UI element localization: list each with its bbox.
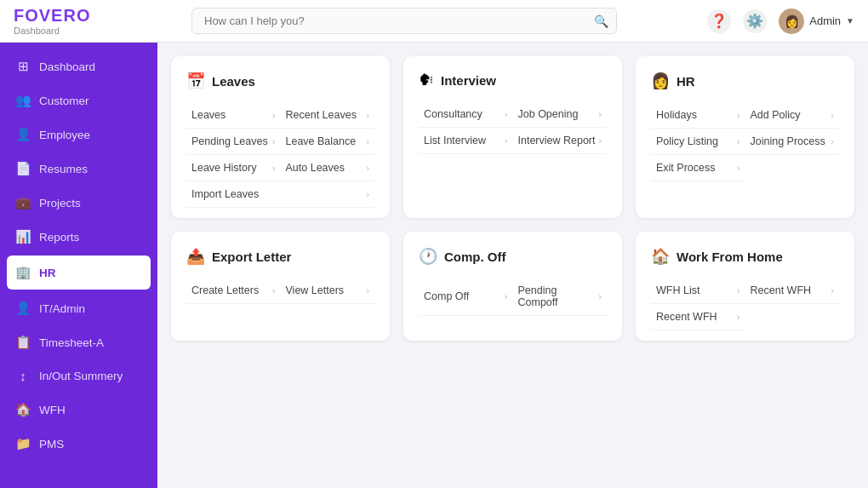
card-link-comp-off-1[interactable]: Pending Compoff › <box>513 278 608 316</box>
card-link-leaves-1[interactable]: Recent Leaves › <box>281 102 375 129</box>
card-link-export-letter-0[interactable]: Create Letters › <box>186 278 281 304</box>
card-link-label: Interview Report <box>518 135 596 146</box>
comp-off-card-icon: 🕐 <box>419 247 437 266</box>
card-link-label: Comp Off <box>424 290 469 302</box>
card-link-work-from-home-2[interactable]: Recent WFH › <box>651 304 745 330</box>
card-link-interview-3[interactable]: Interview Report › <box>513 128 608 154</box>
card-link-label: Import Leaves <box>191 188 259 200</box>
card-link-label: Recent Leaves <box>286 109 357 121</box>
card-interview: 🗣 Interview Consultancy › Job Opening › … <box>403 56 622 218</box>
chevron-down-icon: ▼ <box>846 16 854 26</box>
card-link-arrow: › <box>366 285 369 296</box>
card-link-export-letter-1[interactable]: View Letters › <box>281 278 375 304</box>
card-link-label: Leave Balance <box>286 135 357 147</box>
avatar: 👩 <box>779 9 804 34</box>
sidebar-item-customer[interactable]: 👥 Customer <box>0 83 157 118</box>
card-link-interview-0[interactable]: Consultancy › <box>419 101 513 128</box>
sidebar-item-hr[interactable]: 🏢 HR <box>7 255 151 290</box>
card-link-work-from-home-0[interactable]: WFH List › <box>651 278 745 304</box>
logo-title: FOVERO <box>14 6 171 26</box>
card-header-work-from-home: 🏠 Work From Home <box>651 247 839 266</box>
search-input[interactable] <box>191 8 617 34</box>
card-link-arrow: › <box>598 135 602 146</box>
sidebar-item-wfh[interactable]: 🏠 WFH <box>0 393 157 427</box>
logo-area: FOVERO Dashboard <box>14 6 171 36</box>
card-link-arrow: › <box>737 110 740 120</box>
card-link-arrow: › <box>272 163 276 173</box>
inout-nav-icon: ↕ <box>15 369 31 383</box>
sidebar-item-label: HR <box>39 267 56 279</box>
card-items-export-letter: Create Letters › View Letters › <box>186 278 374 304</box>
card-link-arrow: › <box>598 291 602 301</box>
card-link-leaves-0[interactable]: Leaves › <box>186 102 281 129</box>
card-link-interview-1[interactable]: Job Opening › <box>513 101 608 128</box>
sidebar-item-label: Resumes <box>39 163 88 175</box>
card-header-comp-off: 🕐 Comp. Off <box>419 247 607 266</box>
logo-subtitle: Dashboard <box>14 26 171 36</box>
card-link-hr-4[interactable]: Exit Process › <box>651 155 745 181</box>
sidebar-item-pms[interactable]: 📁 PMS <box>0 427 157 461</box>
comp-off-card-title: Comp. Off <box>444 250 506 264</box>
card-comp-off: 🕐 Comp. Off Comp Off › Pending Compoff › <box>403 232 622 341</box>
sidebar-item-label: Dashboard <box>39 60 95 73</box>
projects-nav-icon: 💼 <box>15 195 31 210</box>
settings-icon[interactable]: ⚙️ <box>743 9 767 33</box>
card-link-arrow: › <box>737 285 740 296</box>
timesheet-nav-icon: 📋 <box>15 335 31 350</box>
card-items-comp-off: Comp Off › Pending Compoff › <box>419 278 607 316</box>
card-link-interview-2[interactable]: List Interview › <box>419 128 513 154</box>
card-link-label: Create Letters <box>191 284 259 296</box>
sidebar-item-projects[interactable]: 💼 Projects <box>0 186 157 220</box>
sidebar-item-inout[interactable]: ↕ In/Out Summery <box>0 359 157 393</box>
card-header-hr: 👩 HR <box>651 72 839 90</box>
sidebar: ⊞ Dashboard 👥 Customer 👤 Employee 📄 Resu… <box>0 43 157 488</box>
card-link-arrow: › <box>737 312 740 322</box>
card-export-letter: 📤 Export Letter Create Letters › View Le… <box>171 232 390 341</box>
card-link-arrow: › <box>737 136 740 146</box>
card-link-hr-1[interactable]: Add Policy › <box>745 102 840 129</box>
card-link-leaves-3[interactable]: Leave Balance › <box>281 129 375 155</box>
help-icon[interactable]: ❓ <box>707 9 731 33</box>
sidebar-item-itadmin[interactable]: 👤 IT/Admin <box>0 291 157 325</box>
sidebar-item-timesheet[interactable]: 📋 Timesheet-A <box>0 325 157 359</box>
sidebar-item-label: PMS <box>39 438 64 451</box>
card-link-hr-2[interactable]: Policy Listing › <box>651 129 745 155</box>
card-link-arrow: › <box>737 163 740 173</box>
card-work-from-home: 🏠 Work From Home WFH List › Recent WFH ›… <box>636 232 854 341</box>
sidebar-item-label: IT/Admin <box>39 302 85 315</box>
card-link-work-from-home-1[interactable]: Recent WFH › <box>745 278 840 304</box>
sidebar-item-dashboard[interactable]: ⊞ Dashboard <box>0 49 157 83</box>
card-leaves: 📅 Leaves Leaves › Recent Leaves › Pendin… <box>171 56 390 218</box>
card-link-arrow: › <box>272 136 276 146</box>
sidebar-item-reports[interactable]: 📊 Reports <box>0 220 157 254</box>
card-link-label: Add Policy <box>751 109 801 121</box>
card-link-hr-3[interactable]: Joining Process › <box>745 129 840 155</box>
card-link-label: List Interview <box>424 135 486 146</box>
card-link-leaves-5[interactable]: Auto Leaves › <box>281 155 375 181</box>
card-link-label: Job Opening <box>518 108 579 120</box>
card-link-comp-off-0[interactable]: Comp Off › <box>419 278 513 316</box>
sidebar-item-resumes[interactable]: 📄 Resumes <box>0 152 157 186</box>
card-link-arrow: › <box>505 135 508 146</box>
sidebar-item-label: Timesheet-A <box>39 336 104 349</box>
card-link-label: WFH List <box>656 284 700 296</box>
card-link-arrow: › <box>505 109 508 119</box>
card-link-leaves-2[interactable]: Pending Leaves › <box>186 129 281 155</box>
card-link-label: Recent WFH <box>751 284 812 296</box>
card-items-leaves: Leaves › Recent Leaves › Pending Leaves … <box>186 102 374 208</box>
hr-card-title: HR <box>677 74 695 89</box>
itadmin-nav-icon: 👤 <box>15 301 31 316</box>
card-link-label: Holidays <box>656 109 697 121</box>
card-link-leaves-6[interactable]: Import Leaves › <box>186 181 374 208</box>
app-body: ⊞ Dashboard 👥 Customer 👤 Employee 📄 Resu… <box>0 43 868 488</box>
sidebar-item-label: Employee <box>39 129 90 141</box>
card-link-label: Joining Process <box>751 135 825 147</box>
sidebar-item-employee[interactable]: 👤 Employee <box>0 118 157 152</box>
card-link-leaves-4[interactable]: Leave History › <box>186 155 281 181</box>
card-link-label: Policy Listing <box>656 135 718 147</box>
sidebar-item-label: Projects <box>39 197 81 210</box>
interview-card-icon: 🗣 <box>419 72 434 89</box>
user-menu[interactable]: 👩 Admin ▼ <box>779 9 854 34</box>
card-link-hr-0[interactable]: Holidays › <box>651 102 745 129</box>
pms-nav-icon: 📁 <box>15 436 31 451</box>
